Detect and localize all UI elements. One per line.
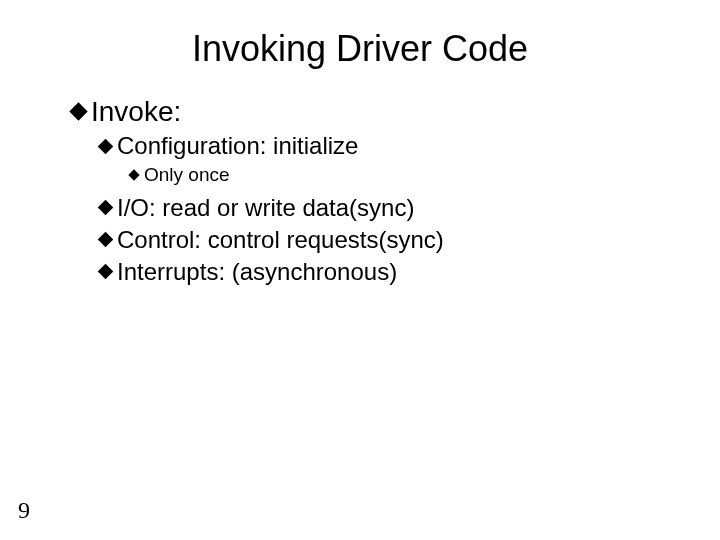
slide-title: Invoking Driver Code [0,28,720,70]
slide-body: Invoke: Configuration: initialize Only o… [72,90,660,289]
bullet-text: Only once [144,163,230,187]
bullet-level2: I/O: read or write data(sync) [100,193,660,223]
bullet-text: Configuration: initialize [117,131,358,161]
bullet-level2: Interrupts: (asynchronous) [100,257,660,287]
bullet-level2: Configuration: initialize [100,131,660,161]
bullet-level3: Only once [130,163,660,187]
diamond-bullet-icon [69,102,87,120]
diamond-bullet-icon [98,264,114,280]
slide: Invoking Driver Code Invoke: Configurati… [0,0,720,540]
diamond-bullet-icon [98,200,114,216]
bullet-text: I/O: read or write data(sync) [117,193,414,223]
bullet-text: Invoke: [91,94,181,129]
bullet-level1: Invoke: [72,94,660,129]
bullet-text: Interrupts: (asynchronous) [117,257,397,287]
diamond-bullet-icon [98,138,114,154]
diamond-bullet-icon [128,169,139,180]
diamond-bullet-icon [98,232,114,248]
bullet-text: Control: control requests(sync) [117,225,444,255]
bullet-level2: Control: control requests(sync) [100,225,660,255]
page-number: 9 [18,497,30,524]
